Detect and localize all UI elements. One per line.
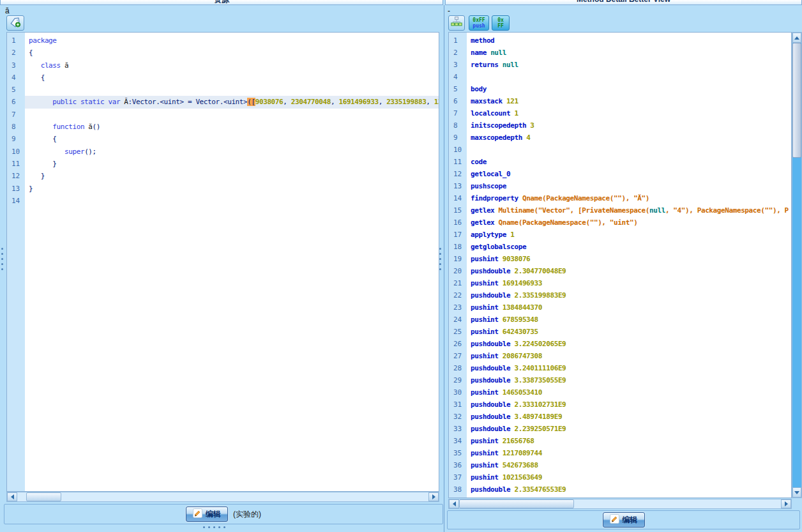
hex-only-top-label: 0x: [497, 17, 504, 23]
code-text: pushdouble 2.239250571E9: [467, 423, 791, 435]
left-panel-header: 资源: [0, 0, 443, 5]
line-number: 8: [7, 121, 25, 133]
code-text: name null: [467, 47, 791, 59]
code-text: pushint 1691496933: [467, 277, 791, 289]
code-line: 21pushint 1691496933: [449, 277, 791, 289]
code-text: pushdouble 3.224502065E9: [467, 338, 791, 350]
scroll-left-button[interactable]: [7, 492, 17, 501]
chevron-right-icon: [432, 494, 435, 499]
code-line: 25pushint 642430735: [449, 326, 791, 338]
chevron-left-icon: [11, 494, 14, 499]
line-number: 3: [449, 59, 467, 71]
line-number: 36: [449, 459, 467, 471]
code-text: initscopedepth 3: [467, 119, 791, 132]
code-line: 13pushscope: [449, 180, 791, 192]
code-line: 31pushdouble 2.333102731E9: [449, 399, 791, 411]
line-number: 32: [449, 411, 467, 423]
line-number: 18: [449, 241, 467, 253]
code-text: pushdouble 3.48974189E9: [467, 411, 791, 423]
bottom-split-handle[interactable]: [203, 526, 225, 528]
code-text: returns null: [467, 59, 791, 71]
right-horizontal-scrollbar[interactable]: [448, 499, 792, 509]
code-line: 9maxscopedepth 4: [449, 132, 791, 144]
scrollbar-thumb[interactable]: [459, 499, 574, 508]
right-vertical-scrollbar[interactable]: [792, 32, 802, 498]
line-number: 37: [449, 471, 467, 483]
code-line: 11code: [449, 156, 791, 168]
pcode-editor[interactable]: 1method2name null3returns null45body6max…: [448, 32, 792, 498]
code-text: {: [25, 72, 439, 84]
hex-only-view-button[interactable]: 0x FF: [492, 15, 510, 31]
edit-source-button[interactable]: 编辑: [186, 506, 228, 522]
code-text: pushint 1465053410: [467, 386, 791, 399]
code-text: }: [25, 183, 439, 195]
code-line: 10 super();: [7, 146, 439, 158]
scroll-down-button[interactable]: [792, 487, 801, 498]
outer-split-handle[interactable]: [1, 248, 4, 270]
line-number: 4: [7, 72, 25, 84]
line-number: 2: [7, 47, 25, 59]
code-line: 33pushdouble 2.239250571E9: [449, 423, 791, 435]
code-text: applytype 1: [467, 229, 791, 241]
left-bottom-bar: 编辑 (实验的): [4, 504, 443, 524]
code-text: pushint 642430735: [467, 326, 791, 338]
code-text: pushint 2086747308: [467, 350, 791, 362]
chevron-right-icon: [785, 501, 788, 506]
dot-icon: [439, 248, 441, 250]
chevron-up-icon: [794, 36, 799, 40]
code-text: [25, 84, 439, 96]
code-line: 11 }: [7, 158, 439, 170]
code-text: pushint 9038076: [467, 253, 791, 265]
code-line: 1package: [7, 34, 439, 47]
dot-icon: [439, 263, 441, 265]
scroll-right-button[interactable]: [428, 492, 439, 501]
code-text: getlocal_0: [467, 168, 791, 180]
add-trait-button[interactable]: [6, 15, 24, 31]
dot-icon: [208, 526, 210, 528]
line-number: 30: [449, 386, 467, 399]
hex-only-bottom-label: FF: [497, 23, 504, 29]
line-number: 29: [449, 374, 467, 386]
code-text: method: [467, 34, 791, 47]
dot-icon: [1, 258, 3, 260]
line-number: 23: [449, 301, 467, 314]
scroll-left-button[interactable]: [449, 499, 459, 508]
code-text: pushdouble 2.333102731E9: [467, 399, 791, 411]
graph-view-button[interactable]: [448, 15, 465, 31]
line-number: 34: [449, 435, 467, 447]
dot-icon: [1, 248, 3, 250]
code-text: pushdouble 3.240111106E9: [467, 362, 791, 374]
right-panel-header-label: Method Detail Better View: [446, 0, 801, 4]
scrollbar-thumb[interactable]: [26, 492, 61, 501]
scroll-right-button[interactable]: [781, 499, 791, 508]
chevron-down-icon: [794, 491, 799, 494]
hex-button-bottom-label: push: [473, 23, 485, 29]
dot-icon: [223, 526, 225, 528]
chevron-left-icon: [453, 501, 456, 506]
scrollbar-thumb[interactable]: [792, 43, 801, 158]
line-number: 14: [449, 192, 467, 204]
code-text: body: [467, 83, 791, 95]
code-text: }: [25, 158, 439, 170]
line-number: 31: [449, 399, 467, 411]
line-number: 8: [449, 119, 467, 132]
scroll-up-button[interactable]: [792, 33, 801, 43]
dot-icon: [439, 253, 441, 255]
code-line: 2{: [7, 47, 439, 59]
code-text: getglobalscope: [467, 241, 791, 253]
line-number: 1: [449, 34, 467, 47]
left-horizontal-scrollbar[interactable]: [6, 492, 439, 502]
code-line: 20pushdouble 2.304770048E9: [449, 265, 791, 277]
line-number: 5: [449, 83, 467, 95]
code-text: {: [25, 133, 439, 145]
code-text: class ă: [25, 59, 439, 72]
hex-view-button[interactable]: 0xFF push: [469, 15, 489, 31]
line-number: 13: [449, 180, 467, 192]
line-number: 7: [7, 109, 25, 121]
code-text: pushint 1021563649: [467, 471, 791, 483]
code-line: 2name null: [449, 47, 791, 59]
code-line: 17applytype 1: [449, 229, 791, 241]
edit-pcode-button[interactable]: 编辑: [603, 512, 645, 528]
code-line: 12getlocal_0: [449, 168, 791, 180]
source-editor[interactable]: 1package2{3 class ă4 {56 public static v…: [6, 32, 439, 492]
